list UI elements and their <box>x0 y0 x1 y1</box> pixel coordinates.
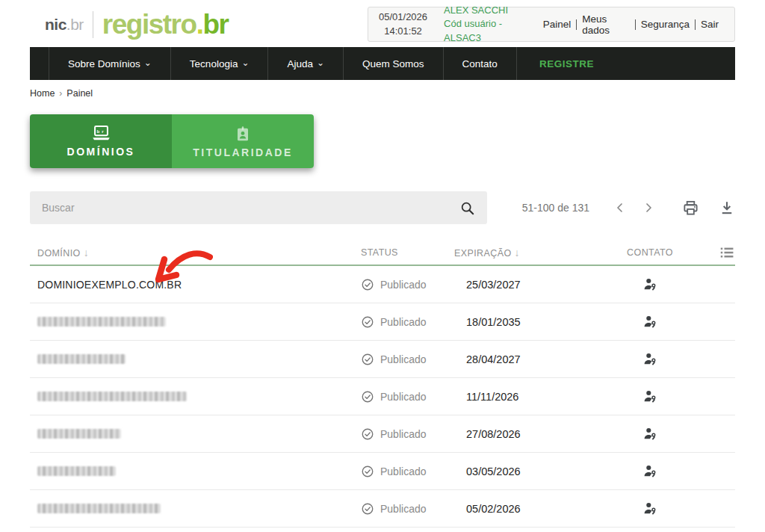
sort-desc-icon: ↓ <box>84 247 89 259</box>
manage-contact-icon[interactable] <box>642 501 658 516</box>
nav-item-registre[interactable]: REGISTRE <box>517 47 616 80</box>
nav-spacer <box>30 47 49 80</box>
expiration-date: 11/11/2026 <box>448 391 598 403</box>
manage-contact-icon[interactable] <box>642 463 658 479</box>
breadcrumb-home[interactable]: Home <box>30 88 55 99</box>
table-row: Publicado 11/11/2026 <box>30 378 735 415</box>
column-header-dominio[interactable]: DOMÍNIO↓ <box>30 247 329 259</box>
table-row: Publicado 27/08/2026 <box>30 415 735 453</box>
status-cell: Publicado <box>329 502 448 516</box>
chevron-down-icon: ⌄ <box>241 58 249 68</box>
check-circle-icon <box>361 427 374 441</box>
nic-br-logo[interactable]: nic.br <box>45 16 84 34</box>
nav-item-sobre-dominios[interactable]: Sobre Domínios⌄ <box>49 47 171 80</box>
tab-dominios[interactable]: br DOMÍNIOS <box>30 114 172 168</box>
list-view-icon[interactable] <box>719 244 735 261</box>
column-header-expiracao[interactable]: EXPIRAÇÃO↓ <box>448 247 598 259</box>
redacted-domain <box>37 466 116 476</box>
registro-logo-tld: br <box>202 9 228 40</box>
expiration-date: 03/05/2026 <box>448 466 598 477</box>
logo-divider <box>93 11 93 38</box>
nav-label: Tecnologia <box>190 58 238 69</box>
status-badge: Publicado <box>380 391 427 403</box>
nav-item-ajuda[interactable]: Ajuda⌄ <box>268 47 344 80</box>
redacted-domain <box>37 317 166 327</box>
search-icon[interactable] <box>459 200 475 216</box>
manage-contact-icon[interactable] <box>642 276 658 292</box>
table-toolbar: 51-100 de 131 <box>30 191 735 224</box>
header-link-seguranca[interactable]: Segurança <box>636 19 695 30</box>
search-input[interactable] <box>42 202 459 214</box>
redacted-domain <box>37 429 121 439</box>
breadcrumb: Home › Painel <box>30 88 735 99</box>
pagination: 51-100 de 131 <box>522 200 735 217</box>
status-badge: Publicado <box>380 466 427 477</box>
breadcrumb-current: Painel <box>66 88 93 99</box>
printer-icon[interactable] <box>682 200 699 217</box>
column-label: EXPIRAÇÃO <box>454 248 512 259</box>
nic-logo-tld: .br <box>66 16 84 33</box>
nav-label: Sobre Domínios <box>68 58 140 69</box>
expiration-date: 05/02/2026 <box>448 503 598 515</box>
chevron-down-icon: ⌄ <box>144 58 152 68</box>
status-badge: Publicado <box>380 316 427 328</box>
session-date: 05/01/2026 <box>379 10 427 24</box>
manage-contact-icon[interactable] <box>642 314 658 330</box>
session-datetime: 05/01/2026 14:01:52 <box>379 10 427 37</box>
table-header-row: DOMÍNIO↓ STATUS EXPIRAÇÃO↓ CONTATO <box>30 241 735 266</box>
manage-contact-icon[interactable] <box>642 351 658 367</box>
check-circle-icon <box>361 353 374 366</box>
header-link-sair[interactable]: Sair <box>696 19 724 30</box>
chevron-down-icon: ⌄ <box>317 58 324 68</box>
nav-label: Contato <box>462 58 498 69</box>
tab-titularidade[interactable]: TITULARIDADE <box>172 114 314 168</box>
status-cell: Publicado <box>329 278 448 291</box>
redacted-domain <box>37 504 161 513</box>
user-name: ALEX SACCHI <box>444 4 538 17</box>
status-cell: Publicado <box>329 390 448 403</box>
table-row: Publicado 05/02/2026 <box>30 490 735 528</box>
nav-item-quem-somos[interactable]: Quem Somos <box>344 47 444 80</box>
expiration-date: 18/01/2035 <box>448 316 598 328</box>
nav-item-tecnologia[interactable]: Tecnologia⌄ <box>171 47 269 80</box>
nav-label: Ajuda <box>287 58 313 69</box>
status-cell: Publicado <box>329 427 448 441</box>
user-code: Cód usuário - ALSAC3 <box>444 17 538 44</box>
column-header-contato: CONTATO <box>598 247 702 258</box>
header-links: Painel Meus dados Segurança Sair <box>538 13 724 36</box>
header-link-painel[interactable]: Painel <box>538 19 577 30</box>
expiration-date: 28/04/2027 <box>448 353 598 365</box>
download-icon[interactable] <box>719 200 735 216</box>
registro-br-logo[interactable]: registro.br <box>102 9 229 40</box>
svg-text:br: br <box>96 129 105 134</box>
nic-logo-text: nic <box>45 16 66 33</box>
status-cell: Publicado <box>329 353 448 366</box>
manage-contact-icon[interactable] <box>642 426 658 442</box>
chevron-left-icon[interactable] <box>606 202 634 214</box>
page-header: nic.br registro.br 05/01/2026 14:01:52 A… <box>0 0 765 42</box>
redacted-domain <box>37 392 187 401</box>
session-box: 05/01/2026 14:01:52 ALEX SACCHI Cód usuá… <box>368 7 735 42</box>
chevron-right-icon[interactable] <box>634 202 663 214</box>
check-circle-icon <box>361 465 374 478</box>
check-circle-icon <box>361 278 374 291</box>
redacted-domain <box>37 354 126 364</box>
column-label: STATUS <box>361 247 398 258</box>
tab-label: DOMÍNIOS <box>67 146 135 158</box>
domain-link[interactable]: DOMINIOEXEMPLO.COM.BR <box>30 279 329 291</box>
tab-label: TITULARIDADE <box>193 146 292 158</box>
column-label: DOMÍNIO <box>37 248 81 259</box>
manage-contact-icon[interactable] <box>642 389 658 404</box>
table-row: Publicado 03/05/2026 <box>30 453 735 490</box>
status-badge: Publicado <box>380 428 427 440</box>
status-badge: Publicado <box>380 503 427 515</box>
header-link-meus-dados[interactable]: Meus dados <box>577 13 635 36</box>
expiration-date: 27/08/2026 <box>448 428 598 440</box>
site-logo[interactable]: nic.br registro.br <box>45 9 228 40</box>
check-circle-icon <box>361 315 374 329</box>
status-badge: Publicado <box>380 353 427 365</box>
status-cell: Publicado <box>329 465 448 478</box>
column-label: CONTATO <box>627 247 673 258</box>
panel-tabs: br DOMÍNIOS TITULARIDADE <box>30 114 314 168</box>
nav-item-contato[interactable]: Contato <box>444 47 517 80</box>
